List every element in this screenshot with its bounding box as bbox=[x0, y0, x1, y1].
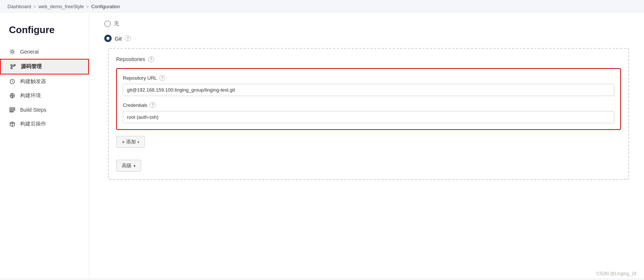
partial-top-row: 无 bbox=[104, 20, 629, 27]
sidebar-item-environment[interactable]: 构建环境 bbox=[0, 89, 89, 103]
list-icon bbox=[9, 106, 16, 113]
repositories-container: Repositories ? Repository URL ? Credenti… bbox=[108, 48, 629, 180]
svg-rect-6 bbox=[10, 108, 15, 109]
add-chevron-icon: ▾ bbox=[137, 140, 139, 144]
sidebar-item-general[interactable]: General bbox=[0, 45, 89, 59]
git-help-icon[interactable]: ? bbox=[125, 35, 131, 41]
partial-radio-empty bbox=[104, 20, 111, 27]
radio-inner bbox=[106, 37, 109, 40]
repo-url-label-row: Repository URL ? bbox=[123, 75, 614, 81]
sidebar-item-scm[interactable]: 源码管理 bbox=[0, 59, 89, 74]
sidebar-item-scm-label: 源码管理 bbox=[21, 63, 42, 70]
breadcrumb: Dashboard > web_demo_freeStyle > Configu… bbox=[0, 0, 644, 13]
sidebar-item-triggers-label: 构建触发器 bbox=[20, 78, 46, 85]
repo-url-input[interactable] bbox=[123, 84, 614, 96]
advanced-button-label: 高级 bbox=[122, 162, 131, 169]
svg-rect-7 bbox=[10, 109, 15, 111]
advanced-button[interactable]: 高级 ▾ bbox=[116, 160, 141, 172]
credentials-label-row: Credentials ? bbox=[123, 102, 614, 108]
git-radio-selected[interactable] bbox=[104, 35, 112, 42]
globe-icon bbox=[9, 92, 16, 99]
sidebar-item-triggers[interactable]: 构建触发器 bbox=[0, 74, 89, 89]
clock-icon bbox=[9, 78, 16, 85]
credentials-label: Credentials bbox=[123, 102, 147, 108]
repositories-help-icon[interactable]: ? bbox=[148, 56, 154, 62]
sidebar-item-post-build[interactable]: 构建后操作 bbox=[0, 117, 89, 131]
watermark: CSDN @Linging_24 bbox=[596, 271, 637, 276]
sidebar-item-build-steps[interactable]: Build Steps bbox=[0, 103, 89, 117]
git-radio-row: Git ? bbox=[104, 35, 629, 42]
main-content: 无 Git ? Repositories ? Repository URL ? bbox=[89, 13, 644, 278]
credentials-input[interactable] bbox=[123, 111, 614, 123]
repositories-label-text: Repositories bbox=[116, 56, 145, 62]
add-plus-icon: + bbox=[122, 139, 125, 145]
repo-url-label: Repository URL bbox=[123, 75, 157, 81]
svg-point-0 bbox=[11, 51, 13, 53]
gear-icon bbox=[9, 48, 16, 55]
svg-rect-8 bbox=[10, 111, 13, 112]
advanced-chevron-icon: ▾ bbox=[134, 164, 136, 168]
sidebar-item-post-build-label: 构建后操作 bbox=[20, 121, 46, 127]
svg-point-3 bbox=[11, 67, 12, 69]
branch-icon bbox=[10, 63, 16, 70]
add-button-label: 添加 bbox=[126, 139, 136, 145]
add-button[interactable]: + 添加 ▾ bbox=[116, 136, 145, 148]
main-layout: Configure General 源码管理 bbox=[0, 13, 644, 278]
partial-top-label: 无 bbox=[114, 20, 119, 27]
sidebar: Configure General 源码管理 bbox=[0, 13, 89, 278]
repositories-label-row: Repositories ? bbox=[116, 56, 621, 62]
svg-point-1 bbox=[11, 64, 12, 66]
sidebar-item-build-steps-label: Build Steps bbox=[20, 107, 47, 113]
repo-url-help-icon[interactable]: ? bbox=[159, 75, 165, 81]
breadcrumb-current: Configuration bbox=[91, 4, 120, 9]
repo-credentials-box: Repository URL ? Credentials ? bbox=[116, 68, 621, 130]
sidebar-title: Configure bbox=[0, 20, 89, 45]
sidebar-item-environment-label: 构建环境 bbox=[20, 92, 41, 99]
breadcrumb-project[interactable]: web_demo_freeStyle bbox=[38, 4, 84, 9]
credentials-help-icon[interactable]: ? bbox=[150, 102, 156, 108]
box-icon bbox=[9, 121, 16, 127]
breadcrumb-sep-2: > bbox=[86, 4, 89, 9]
git-label: Git bbox=[115, 35, 122, 42]
breadcrumb-sep-1: > bbox=[34, 4, 36, 9]
breadcrumb-dashboard[interactable]: Dashboard bbox=[7, 4, 31, 9]
sidebar-item-general-label: General bbox=[20, 49, 39, 55]
